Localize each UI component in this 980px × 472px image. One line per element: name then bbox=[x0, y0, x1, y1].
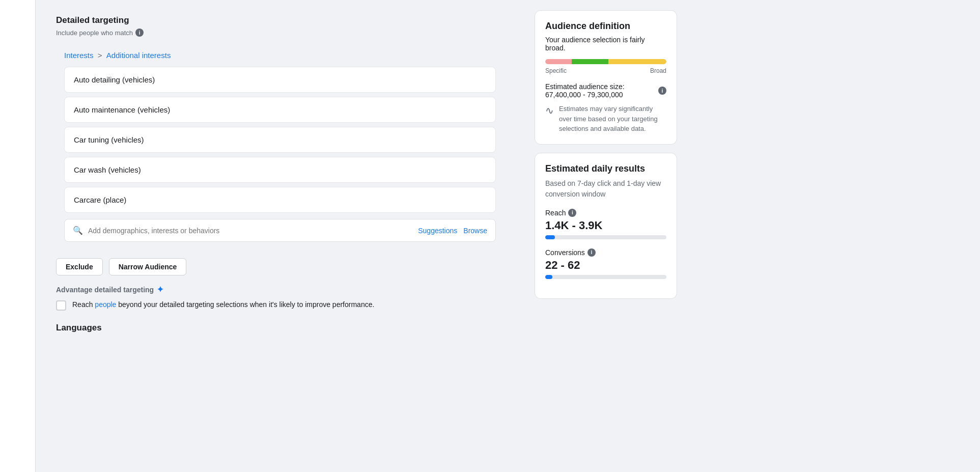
conversions-bar-fill bbox=[545, 275, 552, 279]
section-subtitle: Include people who match i bbox=[56, 29, 504, 37]
meter-segment-green bbox=[572, 59, 608, 64]
audience-size-info-icon[interactable]: i bbox=[658, 87, 666, 95]
reach-bar bbox=[545, 235, 666, 239]
audience-size-value: Estimated audience size: 67,400,000 - 79… bbox=[545, 82, 656, 99]
search-icon: 🔍 bbox=[73, 226, 83, 235]
advantage-body: Reach people beyond your detailed target… bbox=[56, 299, 504, 311]
advantage-checkbox[interactable] bbox=[56, 300, 66, 311]
conversions-label-text: Conversions bbox=[545, 248, 585, 257]
conversions-label: Conversions i bbox=[545, 248, 666, 257]
reach-label: Reach i bbox=[545, 209, 666, 217]
conversions-info-icon[interactable]: i bbox=[587, 248, 596, 257]
meter-labels: Specific Broad bbox=[545, 67, 666, 74]
reach-value: 1.4K - 3.9K bbox=[545, 219, 666, 232]
suggestions-button[interactable]: Suggestions bbox=[418, 227, 457, 235]
interest-label: Auto detailing (vehicles) bbox=[74, 75, 155, 84]
breadcrumb: Interests > Additional interests bbox=[64, 51, 496, 60]
audience-description: Your audience selection is fairly broad. bbox=[545, 36, 666, 52]
estimates-icon: ∿ bbox=[545, 104, 554, 117]
languages-title: Languages bbox=[56, 323, 504, 333]
advantage-title-text: Advantage detailed targeting bbox=[56, 286, 154, 294]
narrow-audience-button[interactable]: Narrow Audience bbox=[109, 258, 187, 275]
search-actions: Suggestions Browse bbox=[418, 227, 487, 235]
conversions-bar bbox=[545, 275, 666, 279]
daily-results-title: Estimated daily results bbox=[545, 163, 666, 174]
interest-item[interactable]: Car wash (vehicles) bbox=[64, 157, 496, 183]
reach-label-text: Reach bbox=[545, 209, 566, 217]
estimates-text: Estimates may vary significantly over ti… bbox=[559, 104, 666, 134]
audience-size-text: Estimated audience size: 67,400,000 - 79… bbox=[545, 82, 666, 99]
advantage-text: Reach people beyond your detailed target… bbox=[72, 299, 374, 310]
advantage-section: Advantage detailed targeting ✦ Reach peo… bbox=[56, 285, 504, 311]
interests-list: Auto detailing (vehicles) Auto maintenan… bbox=[64, 67, 496, 213]
daily-results-desc: Based on 7-day click and 1-day view conv… bbox=[545, 178, 666, 200]
meter-label-specific: Specific bbox=[545, 67, 567, 74]
meter-segment-orange bbox=[608, 59, 666, 64]
search-input[interactable] bbox=[88, 227, 413, 235]
subtitle-text: Include people who match bbox=[56, 29, 133, 37]
interest-item[interactable]: Car tuning (vehicles) bbox=[64, 127, 496, 153]
breadcrumb-separator: > bbox=[98, 51, 102, 60]
interest-label: Auto maintenance (vehicles) bbox=[74, 105, 170, 114]
interest-item[interactable]: Auto maintenance (vehicles) bbox=[64, 97, 496, 123]
exclude-button[interactable]: Exclude bbox=[56, 258, 103, 275]
left-sidebar bbox=[0, 0, 36, 472]
right-panel: Audience definition Your audience select… bbox=[524, 0, 687, 472]
meter-segment-red bbox=[545, 59, 572, 64]
reach-info-icon[interactable]: i bbox=[568, 209, 576, 217]
interest-item[interactable]: Auto detailing (vehicles) bbox=[64, 67, 496, 93]
main-content: Detailed targeting Include people who ma… bbox=[36, 0, 524, 472]
daily-results-card: Estimated daily results Based on 7-day c… bbox=[535, 153, 677, 299]
search-bar: 🔍 Suggestions Browse bbox=[64, 219, 496, 242]
interest-label: Carcare (place) bbox=[74, 196, 126, 204]
breadcrumb-additional[interactable]: Additional interests bbox=[106, 51, 171, 60]
info-icon[interactable]: i bbox=[135, 29, 144, 37]
advantage-text-before: Reach bbox=[72, 300, 95, 309]
advantage-text-after: beyond your detailed targeting selection… bbox=[116, 300, 374, 309]
section-title: Detailed targeting bbox=[56, 15, 504, 25]
conversions-value: 22 - 62 bbox=[545, 259, 666, 272]
button-row: Exclude Narrow Audience bbox=[56, 258, 504, 275]
audience-meter-bar bbox=[545, 59, 666, 64]
estimates-row: ∿ Estimates may vary significantly over … bbox=[545, 104, 666, 134]
interest-item[interactable]: Carcare (place) bbox=[64, 187, 496, 213]
meter-label-broad: Broad bbox=[650, 67, 666, 74]
targeting-box: Interests > Additional interests Auto de… bbox=[56, 43, 504, 250]
audience-definition-card: Audience definition Your audience select… bbox=[535, 10, 677, 145]
advantage-title: Advantage detailed targeting ✦ bbox=[56, 285, 504, 294]
interest-label: Car tuning (vehicles) bbox=[74, 135, 144, 144]
advantage-link[interactable]: people bbox=[95, 300, 116, 309]
audience-definition-title: Audience definition bbox=[545, 21, 666, 32]
interest-label: Car wash (vehicles) bbox=[74, 165, 141, 174]
reach-bar-fill bbox=[545, 235, 555, 239]
spark-icon: ✦ bbox=[157, 285, 163, 294]
browse-button[interactable]: Browse bbox=[463, 227, 487, 235]
breadcrumb-interests[interactable]: Interests bbox=[64, 51, 94, 60]
